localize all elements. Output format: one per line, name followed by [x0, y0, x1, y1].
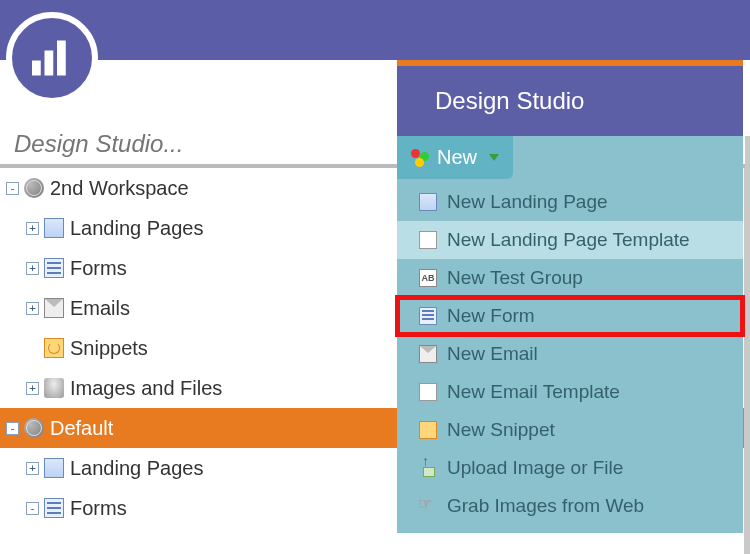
form-icon — [44, 498, 64, 518]
new-icon — [411, 149, 429, 167]
menu-item-new-landing-page[interactable]: New Landing Page — [397, 183, 743, 221]
tree-node-label: 2nd Workspace — [50, 177, 189, 200]
tree-node-label: Forms — [70, 497, 127, 520]
tree-node-label: Emails — [70, 297, 130, 320]
filter-input[interactable] — [14, 130, 314, 158]
form-icon — [419, 307, 437, 325]
page-icon — [419, 193, 437, 211]
expand-icon[interactable]: + — [26, 222, 39, 235]
tree-node-label: Landing Pages — [70, 457, 203, 480]
menu-item-grab-images-from-web[interactable]: Grab Images from Web — [397, 487, 743, 525]
menu-item-label: Grab Images from Web — [447, 495, 644, 517]
globe-icon — [24, 178, 44, 198]
menu-item-label: New Landing Page Template — [447, 229, 690, 251]
mail-icon — [419, 345, 437, 363]
expand-icon[interactable]: + — [26, 382, 39, 395]
expand-icon[interactable]: + — [26, 302, 39, 315]
blank-icon — [419, 231, 437, 249]
menu-item-label: New Snippet — [447, 419, 555, 441]
ab-icon: AB — [419, 269, 437, 287]
new-button-label: New — [437, 146, 477, 169]
tree-node-label: Images and Files — [70, 377, 222, 400]
page-icon — [44, 218, 64, 238]
design-studio-menu-panel: Design Studio New New Landing PageNew La… — [397, 60, 743, 533]
svg-rect-0 — [32, 61, 41, 76]
collapse-icon[interactable]: - — [26, 502, 39, 515]
menu-item-label: New Landing Page — [447, 191, 608, 213]
blank-icon — [419, 383, 437, 401]
marketo-bars-icon — [27, 33, 77, 83]
menu-item-new-email[interactable]: New Email — [397, 335, 743, 373]
tree-node-label: Default — [50, 417, 113, 440]
snip-icon — [44, 338, 64, 358]
globe-icon — [24, 418, 44, 438]
chevron-down-icon — [489, 154, 499, 161]
menu-item-new-snippet[interactable]: New Snippet — [397, 411, 743, 449]
mail-icon — [44, 298, 64, 318]
snip-icon — [419, 421, 437, 439]
tree-node-label: Forms — [70, 257, 127, 280]
toggle-spacer — [26, 342, 39, 355]
menu-item-new-email-template[interactable]: New Email Template — [397, 373, 743, 411]
tree-node-label: Snippets — [70, 337, 148, 360]
menu-item-upload-image-or-file[interactable]: Upload Image or File — [397, 449, 743, 487]
new-menu: New Landing PageNew Landing Page Templat… — [397, 179, 743, 533]
panel-body: New New Landing PageNew Landing Page Tem… — [397, 136, 743, 533]
form-icon — [44, 258, 64, 278]
collapse-icon[interactable]: - — [6, 182, 19, 195]
svg-rect-1 — [45, 51, 54, 76]
tree-node-label: Landing Pages — [70, 217, 203, 240]
upload-icon — [419, 459, 437, 477]
menu-item-new-landing-page-template[interactable]: New Landing Page Template — [397, 221, 743, 259]
collapse-icon[interactable]: - — [6, 422, 19, 435]
expand-icon[interactable]: + — [26, 462, 39, 475]
panel-title: Design Studio — [397, 66, 743, 136]
menu-item-label: New Test Group — [447, 267, 583, 289]
menu-item-new-form[interactable]: New Form — [397, 297, 743, 335]
svg-rect-2 — [57, 41, 66, 76]
menu-item-new-test-group[interactable]: ABNew Test Group — [397, 259, 743, 297]
page-icon — [44, 458, 64, 478]
app-logo[interactable] — [6, 12, 98, 104]
scrollbar-track[interactable] — [745, 136, 750, 554]
expand-icon[interactable]: + — [26, 262, 39, 275]
menu-item-label: Upload Image or File — [447, 457, 623, 479]
menu-item-label: New Email — [447, 343, 538, 365]
menu-item-label: New Form — [447, 305, 535, 327]
menu-item-label: New Email Template — [447, 381, 620, 403]
new-button[interactable]: New — [397, 136, 513, 179]
grab-icon — [419, 497, 437, 515]
top-banner — [0, 0, 750, 60]
disk-icon — [44, 378, 64, 398]
